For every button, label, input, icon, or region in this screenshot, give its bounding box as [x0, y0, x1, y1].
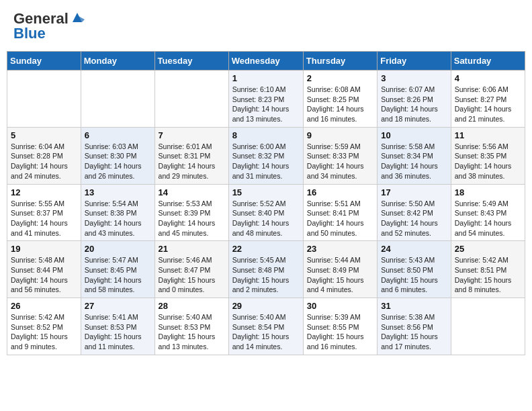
day-number: 7: [159, 130, 225, 140]
day-number: 22: [232, 244, 300, 254]
day-number: 18: [455, 187, 521, 197]
calendar-week-5: 26Sunrise: 5:42 AMSunset: 8:52 PMDayligh…: [7, 298, 525, 355]
day-info: Sunrise: 5:43 AMSunset: 8:50 PMDaylight:…: [381, 255, 447, 295]
day-number: 29: [232, 301, 300, 311]
day-info: Sunrise: 5:48 AMSunset: 8:44 PMDaylight:…: [11, 255, 77, 295]
day-info: Sunrise: 6:01 AMSunset: 8:31 PMDaylight:…: [159, 142, 225, 181]
day-info: Sunrise: 5:49 AMSunset: 8:43 PMDaylight:…: [455, 199, 521, 238]
calendar-table: SundayMondayTuesdayWednesdayThursdayFrid…: [7, 51, 525, 355]
calendar-week-2: 5Sunrise: 6:04 AMSunset: 8:28 PMDaylight…: [7, 127, 525, 184]
day-info: Sunrise: 5:53 AMSunset: 8:39 PMDaylight:…: [159, 199, 225, 238]
day-number: 28: [159, 301, 225, 311]
calendar-cell: 10Sunrise: 5:58 AMSunset: 8:34 PMDayligh…: [378, 127, 451, 184]
day-number: 3: [381, 73, 447, 83]
day-number: 15: [232, 187, 300, 197]
calendar-cell: 30Sunrise: 5:39 AMSunset: 8:55 PMDayligh…: [303, 298, 377, 355]
calendar-cell: 4Sunrise: 6:06 AMSunset: 8:27 PMDaylight…: [451, 71, 525, 128]
calendar-cell: 12Sunrise: 5:55 AMSunset: 8:37 PMDayligh…: [7, 184, 81, 241]
day-info: Sunrise: 5:44 AMSunset: 8:49 PMDaylight:…: [307, 255, 373, 295]
day-info: Sunrise: 5:51 AMSunset: 8:41 PMDaylight:…: [307, 199, 373, 238]
day-number: 19: [11, 244, 77, 254]
day-number: 24: [381, 244, 447, 254]
calendar-cell: [81, 71, 154, 128]
calendar-cell: [154, 71, 228, 128]
calendar-cell: [451, 298, 525, 355]
calendar-cell: 31Sunrise: 5:38 AMSunset: 8:56 PMDayligh…: [378, 298, 451, 355]
calendar-cell: 9Sunrise: 5:59 AMSunset: 8:33 PMDaylight…: [303, 127, 377, 184]
day-info: Sunrise: 5:41 AMSunset: 8:53 PMDaylight:…: [85, 312, 151, 352]
day-number: 31: [381, 301, 447, 311]
day-info: Sunrise: 5:54 AMSunset: 8:38 PMDaylight:…: [85, 199, 151, 238]
weekday-header-friday: Friday: [378, 52, 451, 71]
calendar-cell: 14Sunrise: 5:53 AMSunset: 8:39 PMDayligh…: [154, 184, 228, 241]
day-info: Sunrise: 5:40 AMSunset: 8:53 PMDaylight:…: [159, 312, 225, 352]
day-info: Sunrise: 5:58 AMSunset: 8:34 PMDaylight:…: [381, 142, 447, 181]
calendar-cell: 28Sunrise: 5:40 AMSunset: 8:53 PMDayligh…: [154, 298, 228, 355]
day-number: 21: [159, 244, 225, 254]
calendar-cell: 22Sunrise: 5:45 AMSunset: 8:48 PMDayligh…: [228, 241, 303, 298]
day-info: Sunrise: 5:39 AMSunset: 8:55 PMDaylight:…: [307, 312, 373, 352]
calendar-cell: 8Sunrise: 6:00 AMSunset: 8:32 PMDaylight…: [228, 127, 303, 184]
day-number: 23: [307, 244, 373, 254]
calendar-cell: 6Sunrise: 6:03 AMSunset: 8:30 PMDaylight…: [81, 127, 154, 184]
calendar-cell: 16Sunrise: 5:51 AMSunset: 8:41 PMDayligh…: [303, 184, 377, 241]
calendar-cell: 19Sunrise: 5:48 AMSunset: 8:44 PMDayligh…: [7, 241, 81, 298]
day-info: Sunrise: 5:38 AMSunset: 8:56 PMDaylight:…: [381, 312, 447, 352]
calendar-cell: 15Sunrise: 5:52 AMSunset: 8:40 PMDayligh…: [228, 184, 303, 241]
day-info: Sunrise: 5:45 AMSunset: 8:48 PMDaylight:…: [232, 255, 300, 295]
calendar-cell: 25Sunrise: 5:42 AMSunset: 8:51 PMDayligh…: [451, 241, 525, 298]
calendar-cell: 20Sunrise: 5:47 AMSunset: 8:45 PMDayligh…: [81, 241, 154, 298]
day-info: Sunrise: 5:50 AMSunset: 8:42 PMDaylight:…: [381, 199, 447, 238]
calendar-header-row: SundayMondayTuesdayWednesdayThursdayFrid…: [7, 52, 525, 71]
day-info: Sunrise: 6:07 AMSunset: 8:26 PMDaylight:…: [381, 85, 447, 124]
calendar-cell: 13Sunrise: 5:54 AMSunset: 8:38 PMDayligh…: [81, 184, 154, 241]
day-info: Sunrise: 5:59 AMSunset: 8:33 PMDaylight:…: [307, 142, 373, 181]
day-number: 14: [159, 187, 225, 197]
day-number: 2: [307, 73, 373, 83]
weekday-header-sunday: Sunday: [7, 52, 81, 71]
calendar-cell: 27Sunrise: 5:41 AMSunset: 8:53 PMDayligh…: [81, 298, 154, 355]
calendar-cell: 21Sunrise: 5:46 AMSunset: 8:47 PMDayligh…: [154, 241, 228, 298]
page-header: General Blue: [7, 7, 525, 46]
day-info: Sunrise: 6:04 AMSunset: 8:28 PMDaylight:…: [11, 142, 77, 181]
day-info: Sunrise: 6:03 AMSunset: 8:30 PMDaylight:…: [85, 142, 151, 181]
day-number: 17: [381, 187, 447, 197]
day-number: 9: [307, 130, 373, 140]
calendar-week-4: 19Sunrise: 5:48 AMSunset: 8:44 PMDayligh…: [7, 241, 525, 298]
logo: General Blue: [13, 10, 85, 42]
day-number: 16: [307, 187, 373, 197]
day-info: Sunrise: 6:00 AMSunset: 8:32 PMDaylight:…: [232, 142, 300, 181]
day-number: 13: [85, 187, 151, 197]
weekday-header-monday: Monday: [81, 52, 154, 71]
logo-blue-text: Blue: [13, 25, 46, 42]
day-number: 25: [455, 244, 521, 254]
day-info: Sunrise: 5:42 AMSunset: 8:52 PMDaylight:…: [11, 312, 77, 352]
day-number: 6: [85, 130, 151, 140]
day-number: 11: [455, 130, 521, 140]
calendar-cell: 5Sunrise: 6:04 AMSunset: 8:28 PMDaylight…: [7, 127, 81, 184]
day-info: Sunrise: 5:40 AMSunset: 8:54 PMDaylight:…: [232, 312, 300, 352]
day-info: Sunrise: 5:46 AMSunset: 8:47 PMDaylight:…: [159, 255, 225, 295]
day-number: 26: [11, 301, 77, 311]
calendar-cell: 3Sunrise: 6:07 AMSunset: 8:26 PMDaylight…: [378, 71, 451, 128]
weekday-header-tuesday: Tuesday: [154, 52, 228, 71]
calendar-cell: 1Sunrise: 6:10 AMSunset: 8:23 PMDaylight…: [228, 71, 303, 128]
day-info: Sunrise: 6:08 AMSunset: 8:25 PMDaylight:…: [307, 85, 373, 124]
day-number: 20: [85, 244, 151, 254]
calendar-week-3: 12Sunrise: 5:55 AMSunset: 8:37 PMDayligh…: [7, 184, 525, 241]
calendar-cell: 29Sunrise: 5:40 AMSunset: 8:54 PMDayligh…: [228, 298, 303, 355]
calendar-cell: 23Sunrise: 5:44 AMSunset: 8:49 PMDayligh…: [303, 241, 377, 298]
day-number: 12: [11, 187, 77, 197]
day-number: 10: [381, 130, 447, 140]
day-info: Sunrise: 5:55 AMSunset: 8:37 PMDaylight:…: [11, 199, 77, 238]
calendar-cell: 2Sunrise: 6:08 AMSunset: 8:25 PMDaylight…: [303, 71, 377, 128]
weekday-header-wednesday: Wednesday: [228, 52, 303, 71]
weekday-header-saturday: Saturday: [451, 52, 525, 71]
calendar-cell: 24Sunrise: 5:43 AMSunset: 8:50 PMDayligh…: [378, 241, 451, 298]
calendar-cell: 18Sunrise: 5:49 AMSunset: 8:43 PMDayligh…: [451, 184, 525, 241]
day-number: 5: [11, 130, 77, 140]
calendar-cell: 7Sunrise: 6:01 AMSunset: 8:31 PMDaylight…: [154, 127, 228, 184]
weekday-header-thursday: Thursday: [303, 52, 377, 71]
day-info: Sunrise: 6:10 AMSunset: 8:23 PMDaylight:…: [232, 85, 300, 124]
day-number: 1: [232, 73, 300, 83]
